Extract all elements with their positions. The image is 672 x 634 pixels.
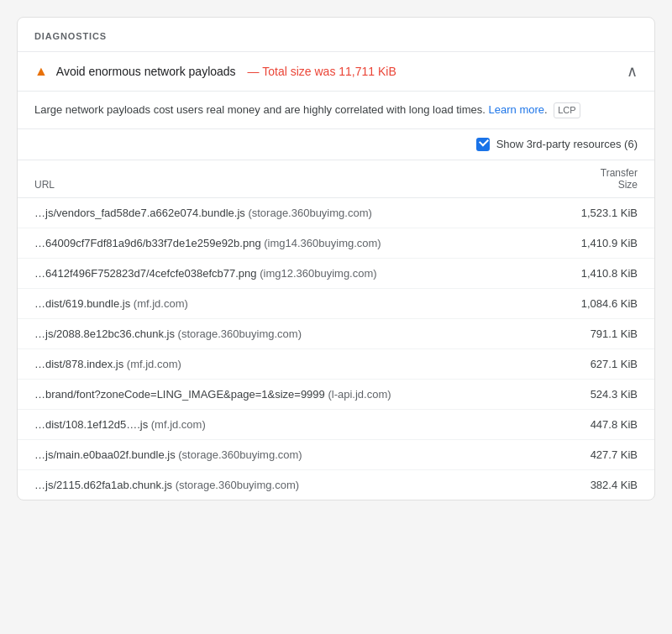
lcp-badge: LCP bbox=[554, 102, 580, 118]
filter-bar: Show 3rd-party resources (6) bbox=[18, 129, 654, 160]
resources-table: URL TransferSize …js/vendors_fad58de7.a6… bbox=[18, 160, 654, 500]
col-url-header: URL bbox=[34, 179, 55, 191]
row-size: 427.7 KiB bbox=[554, 448, 638, 461]
row-domain: (mf.jd.com) bbox=[127, 358, 181, 370]
row-domain: (img14.360buyimg.com) bbox=[264, 237, 381, 249]
third-party-label-text: Show 3rd-party resources (6) bbox=[496, 138, 638, 150]
table-row: …dist/619.bundle.js (mf.jd.com) 1,084.6 … bbox=[18, 289, 654, 319]
warning-icon: ▲ bbox=[34, 64, 48, 79]
third-party-filter-label[interactable]: Show 3rd-party resources (6) bbox=[476, 138, 638, 151]
row-url: …js/vendors_fad58de7.a662e074.bundle.js … bbox=[34, 207, 554, 219]
table-row: …dist/878.index.js (mf.jd.com) 627.1 KiB bbox=[18, 349, 654, 380]
row-url: …dist/619.bundle.js (mf.jd.com) bbox=[34, 297, 554, 310]
row-domain: (l-api.jd.com) bbox=[328, 388, 391, 401]
table-row: …brand/font?zoneCode=LING_IMAGE&page=1&s… bbox=[18, 380, 654, 410]
audit-metric: — Total size was 11,711 KiB bbox=[248, 65, 396, 78]
learn-more-link[interactable]: Learn more bbox=[489, 103, 544, 116]
row-url: …js/2088.8e12bc36.chunk.js (storage.360b… bbox=[34, 327, 554, 340]
row-url: …js/2115.d62fa1ab.chunk.js (storage.360b… bbox=[34, 479, 554, 491]
row-size: 524.3 KiB bbox=[554, 388, 638, 401]
row-size: 1,523.1 KiB bbox=[554, 207, 638, 219]
description-text: Large network payloads cost users real m… bbox=[34, 103, 486, 116]
table-row: …js/vendors_fad58de7.a662e074.bundle.js … bbox=[18, 198, 654, 228]
row-url: …dist/108.1ef12d5….js (mf.jd.com) bbox=[34, 418, 554, 431]
table-row: …js/2088.8e12bc36.chunk.js (storage.360b… bbox=[18, 319, 654, 349]
row-size: 627.1 KiB bbox=[554, 358, 638, 370]
section-title: DIAGNOSTICS bbox=[18, 18, 654, 51]
row-domain: (storage.360buyimg.com) bbox=[248, 207, 371, 219]
table-row: …6412f496F752823d7/4cefcfe038efcb77.png … bbox=[18, 259, 654, 289]
description-bar: Large network payloads cost users real m… bbox=[18, 92, 654, 129]
chevron-icon[interactable]: ∧ bbox=[627, 62, 638, 81]
row-size: 382.4 KiB bbox=[554, 479, 638, 491]
row-domain: (mf.jd.com) bbox=[134, 297, 188, 310]
audit-title: Avoid enormous network payloads bbox=[56, 65, 236, 78]
row-size: 791.1 KiB bbox=[554, 327, 638, 340]
audit-header-left: ▲ Avoid enormous network payloads — Tota… bbox=[34, 64, 396, 79]
row-domain: (storage.360buyimg.com) bbox=[178, 327, 302, 340]
row-size: 1,410.8 KiB bbox=[554, 267, 638, 280]
diagnostics-card: DIAGNOSTICS ▲ Avoid enormous network pay… bbox=[17, 17, 655, 500]
row-size: 1,410.9 KiB bbox=[554, 237, 638, 249]
row-url: …brand/font?zoneCode=LING_IMAGE&page=1&s… bbox=[34, 388, 554, 401]
row-size: 1,084.6 KiB bbox=[554, 297, 638, 310]
row-url: …64009cf7Fdf81a9d6/b33f7de1e259e92b.png … bbox=[34, 237, 554, 249]
audit-header: ▲ Avoid enormous network payloads — Tota… bbox=[18, 51, 654, 92]
row-url: …dist/878.index.js (mf.jd.com) bbox=[34, 358, 554, 370]
table-body: …js/vendors_fad58de7.a662e074.bundle.js … bbox=[18, 198, 654, 500]
table-row: …js/2115.d62fa1ab.chunk.js (storage.360b… bbox=[18, 470, 654, 500]
row-domain: (mf.jd.com) bbox=[151, 418, 206, 431]
row-size: 447.8 KiB bbox=[554, 418, 638, 431]
row-url: …js/main.e0baa02f.bundle.js (storage.360… bbox=[34, 448, 554, 461]
row-url: …6412f496F752823d7/4cefcfe038efcb77.png … bbox=[34, 267, 554, 280]
row-domain: (img12.360buyimg.com) bbox=[260, 267, 376, 280]
table-row: …dist/108.1ef12d5….js (mf.jd.com) 447.8 … bbox=[18, 410, 654, 440]
table-row: …64009cf7Fdf81a9d6/b33f7de1e259e92b.png … bbox=[18, 228, 654, 259]
third-party-checkbox[interactable] bbox=[476, 138, 490, 151]
table-row: …js/main.e0baa02f.bundle.js (storage.360… bbox=[18, 440, 654, 470]
row-domain: (storage.360buyimg.com) bbox=[178, 448, 302, 461]
col-size-header: TransferSize bbox=[554, 167, 638, 191]
table-header: URL TransferSize bbox=[18, 160, 654, 198]
row-domain: (storage.360buyimg.com) bbox=[176, 479, 299, 491]
